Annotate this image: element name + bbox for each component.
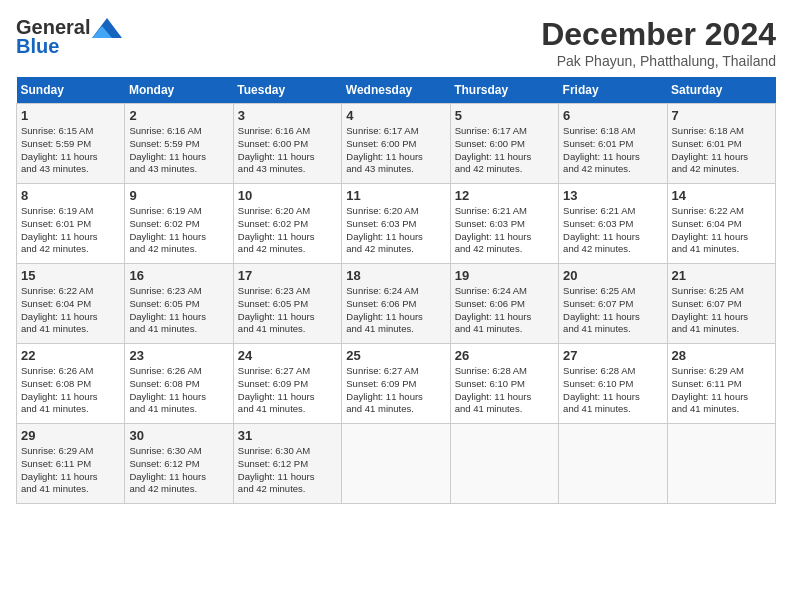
day-number: 14 <box>672 188 771 203</box>
day-number: 27 <box>563 348 662 363</box>
day-info: Sunrise: 6:29 AM Sunset: 6:11 PM Dayligh… <box>21 445 120 496</box>
calendar-cell: 16Sunrise: 6:23 AM Sunset: 6:05 PM Dayli… <box>125 264 233 344</box>
calendar-cell: 12Sunrise: 6:21 AM Sunset: 6:03 PM Dayli… <box>450 184 558 264</box>
day-info: Sunrise: 6:18 AM Sunset: 6:01 PM Dayligh… <box>672 125 771 176</box>
day-info: Sunrise: 6:23 AM Sunset: 6:05 PM Dayligh… <box>129 285 228 336</box>
calendar-week-5: 29Sunrise: 6:29 AM Sunset: 6:11 PM Dayli… <box>17 424 776 504</box>
day-number: 9 <box>129 188 228 203</box>
day-info: Sunrise: 6:17 AM Sunset: 6:00 PM Dayligh… <box>346 125 445 176</box>
day-info: Sunrise: 6:26 AM Sunset: 6:08 PM Dayligh… <box>21 365 120 416</box>
calendar-cell: 27Sunrise: 6:28 AM Sunset: 6:10 PM Dayli… <box>559 344 667 424</box>
col-friday: Friday <box>559 77 667 104</box>
calendar-cell: 22Sunrise: 6:26 AM Sunset: 6:08 PM Dayli… <box>17 344 125 424</box>
logo-icon <box>92 18 122 38</box>
day-info: Sunrise: 6:15 AM Sunset: 5:59 PM Dayligh… <box>21 125 120 176</box>
calendar-cell: 18Sunrise: 6:24 AM Sunset: 6:06 PM Dayli… <box>342 264 450 344</box>
calendar-cell: 9Sunrise: 6:19 AM Sunset: 6:02 PM Daylig… <box>125 184 233 264</box>
day-info: Sunrise: 6:20 AM Sunset: 6:02 PM Dayligh… <box>238 205 337 256</box>
day-number: 4 <box>346 108 445 123</box>
calendar-cell: 26Sunrise: 6:28 AM Sunset: 6:10 PM Dayli… <box>450 344 558 424</box>
location-subtitle: Pak Phayun, Phatthalung, Thailand <box>541 53 776 69</box>
calendar-week-4: 22Sunrise: 6:26 AM Sunset: 6:08 PM Dayli… <box>17 344 776 424</box>
day-number: 5 <box>455 108 554 123</box>
logo-blue: Blue <box>16 35 59 58</box>
day-info: Sunrise: 6:24 AM Sunset: 6:06 PM Dayligh… <box>346 285 445 336</box>
day-number: 17 <box>238 268 337 283</box>
day-info: Sunrise: 6:29 AM Sunset: 6:11 PM Dayligh… <box>672 365 771 416</box>
calendar-cell: 23Sunrise: 6:26 AM Sunset: 6:08 PM Dayli… <box>125 344 233 424</box>
day-info: Sunrise: 6:26 AM Sunset: 6:08 PM Dayligh… <box>129 365 228 416</box>
calendar-cell: 11Sunrise: 6:20 AM Sunset: 6:03 PM Dayli… <box>342 184 450 264</box>
day-info: Sunrise: 6:16 AM Sunset: 5:59 PM Dayligh… <box>129 125 228 176</box>
day-number: 16 <box>129 268 228 283</box>
logo-block: General Blue <box>16 16 122 58</box>
calendar-cell: 28Sunrise: 6:29 AM Sunset: 6:11 PM Dayli… <box>667 344 775 424</box>
day-number: 3 <box>238 108 337 123</box>
calendar-cell: 10Sunrise: 6:20 AM Sunset: 6:02 PM Dayli… <box>233 184 341 264</box>
calendar-cell: 5Sunrise: 6:17 AM Sunset: 6:00 PM Daylig… <box>450 104 558 184</box>
calendar-cell: 14Sunrise: 6:22 AM Sunset: 6:04 PM Dayli… <box>667 184 775 264</box>
day-number: 18 <box>346 268 445 283</box>
day-number: 6 <box>563 108 662 123</box>
calendar-week-2: 8Sunrise: 6:19 AM Sunset: 6:01 PM Daylig… <box>17 184 776 264</box>
col-monday: Monday <box>125 77 233 104</box>
page-header: General Blue December 2024 Pak Phayun, P… <box>16 16 776 69</box>
day-number: 28 <box>672 348 771 363</box>
day-number: 1 <box>21 108 120 123</box>
day-info: Sunrise: 6:30 AM Sunset: 6:12 PM Dayligh… <box>129 445 228 496</box>
day-number: 31 <box>238 428 337 443</box>
day-info: Sunrise: 6:30 AM Sunset: 6:12 PM Dayligh… <box>238 445 337 496</box>
calendar-cell <box>667 424 775 504</box>
month-title: December 2024 <box>541 16 776 53</box>
day-number: 21 <box>672 268 771 283</box>
day-number: 20 <box>563 268 662 283</box>
day-info: Sunrise: 6:22 AM Sunset: 6:04 PM Dayligh… <box>672 205 771 256</box>
calendar-cell: 19Sunrise: 6:24 AM Sunset: 6:06 PM Dayli… <box>450 264 558 344</box>
day-number: 19 <box>455 268 554 283</box>
day-info: Sunrise: 6:18 AM Sunset: 6:01 PM Dayligh… <box>563 125 662 176</box>
col-saturday: Saturday <box>667 77 775 104</box>
day-info: Sunrise: 6:27 AM Sunset: 6:09 PM Dayligh… <box>346 365 445 416</box>
calendar-week-1: 1Sunrise: 6:15 AM Sunset: 5:59 PM Daylig… <box>17 104 776 184</box>
calendar-cell <box>559 424 667 504</box>
day-number: 12 <box>455 188 554 203</box>
calendar-cell: 7Sunrise: 6:18 AM Sunset: 6:01 PM Daylig… <box>667 104 775 184</box>
calendar-cell: 1Sunrise: 6:15 AM Sunset: 5:59 PM Daylig… <box>17 104 125 184</box>
day-info: Sunrise: 6:20 AM Sunset: 6:03 PM Dayligh… <box>346 205 445 256</box>
calendar-cell: 17Sunrise: 6:23 AM Sunset: 6:05 PM Dayli… <box>233 264 341 344</box>
day-info: Sunrise: 6:19 AM Sunset: 6:02 PM Dayligh… <box>129 205 228 256</box>
day-info: Sunrise: 6:24 AM Sunset: 6:06 PM Dayligh… <box>455 285 554 336</box>
day-number: 11 <box>346 188 445 203</box>
day-info: Sunrise: 6:21 AM Sunset: 6:03 PM Dayligh… <box>455 205 554 256</box>
day-info: Sunrise: 6:27 AM Sunset: 6:09 PM Dayligh… <box>238 365 337 416</box>
calendar-cell: 24Sunrise: 6:27 AM Sunset: 6:09 PM Dayli… <box>233 344 341 424</box>
calendar-cell <box>450 424 558 504</box>
calendar-cell: 8Sunrise: 6:19 AM Sunset: 6:01 PM Daylig… <box>17 184 125 264</box>
title-block: December 2024 Pak Phayun, Phatthalung, T… <box>541 16 776 69</box>
day-info: Sunrise: 6:28 AM Sunset: 6:10 PM Dayligh… <box>455 365 554 416</box>
day-number: 30 <box>129 428 228 443</box>
calendar-cell: 4Sunrise: 6:17 AM Sunset: 6:00 PM Daylig… <box>342 104 450 184</box>
day-info: Sunrise: 6:19 AM Sunset: 6:01 PM Dayligh… <box>21 205 120 256</box>
col-tuesday: Tuesday <box>233 77 341 104</box>
calendar-cell: 3Sunrise: 6:16 AM Sunset: 6:00 PM Daylig… <box>233 104 341 184</box>
day-number: 13 <box>563 188 662 203</box>
calendar-cell: 21Sunrise: 6:25 AM Sunset: 6:07 PM Dayli… <box>667 264 775 344</box>
day-number: 24 <box>238 348 337 363</box>
day-info: Sunrise: 6:16 AM Sunset: 6:00 PM Dayligh… <box>238 125 337 176</box>
calendar-cell: 13Sunrise: 6:21 AM Sunset: 6:03 PM Dayli… <box>559 184 667 264</box>
col-wednesday: Wednesday <box>342 77 450 104</box>
day-number: 7 <box>672 108 771 123</box>
day-number: 8 <box>21 188 120 203</box>
day-number: 25 <box>346 348 445 363</box>
day-number: 23 <box>129 348 228 363</box>
day-info: Sunrise: 6:17 AM Sunset: 6:00 PM Dayligh… <box>455 125 554 176</box>
day-number: 15 <box>21 268 120 283</box>
day-info: Sunrise: 6:21 AM Sunset: 6:03 PM Dayligh… <box>563 205 662 256</box>
day-info: Sunrise: 6:23 AM Sunset: 6:05 PM Dayligh… <box>238 285 337 336</box>
col-sunday: Sunday <box>17 77 125 104</box>
calendar-cell: 2Sunrise: 6:16 AM Sunset: 5:59 PM Daylig… <box>125 104 233 184</box>
logo: General Blue <box>16 16 122 58</box>
calendar-cell: 20Sunrise: 6:25 AM Sunset: 6:07 PM Dayli… <box>559 264 667 344</box>
day-number: 2 <box>129 108 228 123</box>
